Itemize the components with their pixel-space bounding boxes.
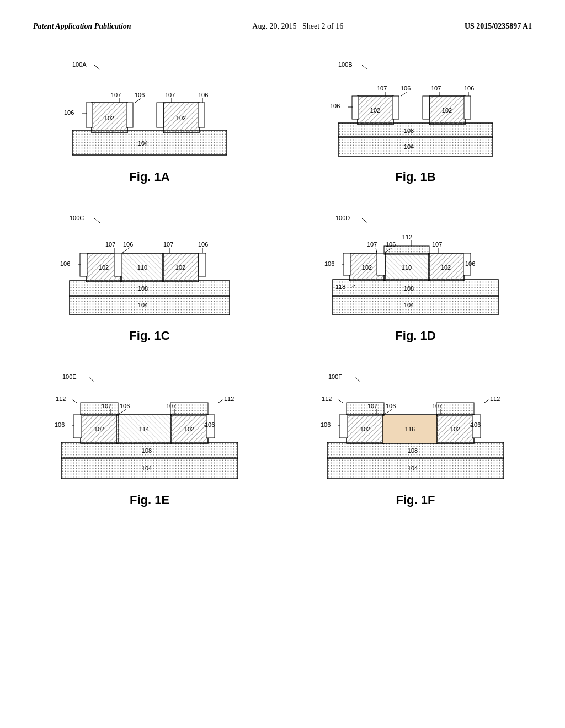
svg-text:100E: 100E xyxy=(62,373,77,380)
svg-text:100D: 100D xyxy=(335,215,350,221)
svg-text:104: 104 xyxy=(138,140,148,147)
svg-rect-66 xyxy=(114,253,122,276)
svg-rect-57 xyxy=(70,281,230,297)
svg-rect-13 xyxy=(198,103,205,127)
svg-line-174 xyxy=(383,409,392,415)
svg-text:110: 110 xyxy=(402,264,412,271)
svg-text:106: 106 xyxy=(64,109,74,116)
svg-text:102: 102 xyxy=(94,426,104,432)
svg-text:106: 106 xyxy=(60,260,70,267)
svg-line-83 xyxy=(362,218,367,223)
figure-1e: 100E 112 112 104 108 102 114 xyxy=(33,365,266,507)
svg-rect-97 xyxy=(377,253,385,275)
svg-line-3 xyxy=(94,65,100,69)
svg-rect-65 xyxy=(80,253,87,276)
svg-rect-37 xyxy=(392,96,399,119)
svg-text:102: 102 xyxy=(450,426,460,432)
svg-text:107: 107 xyxy=(367,403,377,409)
svg-line-74 xyxy=(122,248,130,253)
svg-rect-167 xyxy=(339,415,348,438)
svg-line-116 xyxy=(89,377,94,382)
svg-text:106: 106 xyxy=(123,241,133,248)
svg-text:106: 106 xyxy=(205,421,215,428)
svg-text:107: 107 xyxy=(432,241,442,248)
svg-text:106: 106 xyxy=(465,260,475,267)
svg-rect-30 xyxy=(338,123,493,138)
svg-text:107: 107 xyxy=(367,241,377,248)
svg-text:104: 104 xyxy=(404,302,414,308)
svg-rect-36 xyxy=(352,96,359,119)
svg-text:108: 108 xyxy=(138,285,148,292)
svg-rect-10 xyxy=(86,103,93,127)
svg-text:107: 107 xyxy=(431,85,441,92)
svg-text:106: 106 xyxy=(471,421,481,428)
diagram-1a: 100A 104 102 102 106 107 xyxy=(56,53,243,163)
diagram-1b: 100B 104 108 102 102 106 xyxy=(322,53,509,163)
svg-rect-12 xyxy=(157,103,163,127)
svg-text:106: 106 xyxy=(401,85,411,92)
svg-rect-39 xyxy=(464,96,471,119)
svg-text:108: 108 xyxy=(142,447,152,454)
svg-text:107: 107 xyxy=(105,241,115,248)
svg-line-152 xyxy=(338,400,343,403)
svg-text:106: 106 xyxy=(386,241,396,248)
svg-text:106: 106 xyxy=(464,85,474,92)
page: Patent Application Publication Aug. 20, … xyxy=(0,0,565,728)
svg-text:108: 108 xyxy=(408,447,418,454)
svg-text:112: 112 xyxy=(224,395,234,402)
svg-text:100F: 100F xyxy=(328,373,342,380)
svg-text:104: 104 xyxy=(142,465,152,472)
svg-text:100B: 100B xyxy=(338,61,353,68)
svg-line-141 xyxy=(118,409,126,415)
svg-text:112: 112 xyxy=(490,395,500,402)
svg-text:104: 104 xyxy=(404,143,414,150)
svg-rect-96 xyxy=(343,253,350,275)
fig-label-1b: Fig. 1B xyxy=(395,170,435,184)
svg-text:106: 106 xyxy=(321,421,331,428)
svg-rect-84 xyxy=(333,296,498,315)
figure-1a: 100A 104 102 102 106 107 xyxy=(33,53,266,184)
svg-text:102: 102 xyxy=(360,426,370,432)
svg-line-105 xyxy=(376,248,377,253)
diagram-1f: 100F 112 112 104 108 102 116 xyxy=(316,365,515,486)
svg-text:116: 116 xyxy=(405,426,415,432)
svg-text:118: 118 xyxy=(335,283,345,290)
fig-label-1d: Fig. 1D xyxy=(395,329,435,343)
svg-rect-165 xyxy=(347,403,384,416)
svg-text:110: 110 xyxy=(137,264,147,271)
svg-text:106: 106 xyxy=(198,241,208,248)
svg-text:112: 112 xyxy=(322,395,332,402)
svg-rect-38 xyxy=(423,96,429,119)
svg-text:100A: 100A xyxy=(72,61,87,68)
svg-text:106: 106 xyxy=(324,260,334,267)
svg-text:102: 102 xyxy=(175,264,185,271)
svg-text:102: 102 xyxy=(99,264,109,271)
svg-text:104: 104 xyxy=(408,465,418,472)
diagram-1e: 100E 112 112 104 108 102 114 xyxy=(50,365,249,486)
fig-label-1e: Fig. 1E xyxy=(130,493,169,507)
svg-text:102: 102 xyxy=(184,426,194,432)
figure-1d: 100D 104 108 118 102 110 102 xyxy=(299,206,532,343)
svg-line-45 xyxy=(401,92,407,96)
svg-rect-131 xyxy=(81,403,118,416)
svg-text:106: 106 xyxy=(330,103,340,109)
svg-text:104: 104 xyxy=(138,302,148,308)
svg-text:106: 106 xyxy=(386,403,396,409)
svg-line-19 xyxy=(135,98,141,103)
svg-text:102: 102 xyxy=(442,107,452,114)
fig-label-1a: Fig. 1A xyxy=(129,170,169,184)
svg-text:112: 112 xyxy=(402,234,412,240)
svg-text:107: 107 xyxy=(163,241,173,248)
svg-line-54 xyxy=(94,218,100,223)
svg-text:102: 102 xyxy=(176,115,186,121)
svg-line-120 xyxy=(218,400,223,403)
svg-text:108: 108 xyxy=(404,127,414,134)
svg-text:102: 102 xyxy=(441,264,451,271)
svg-text:114: 114 xyxy=(139,426,149,432)
svg-text:112: 112 xyxy=(56,395,66,402)
svg-text:107: 107 xyxy=(111,92,121,98)
header-title: Patent Application Publication xyxy=(33,22,131,31)
svg-text:102: 102 xyxy=(362,264,372,271)
header-center: Aug. 20, 2015 Sheet 2 of 16 xyxy=(252,22,343,31)
svg-line-150 xyxy=(355,377,360,382)
